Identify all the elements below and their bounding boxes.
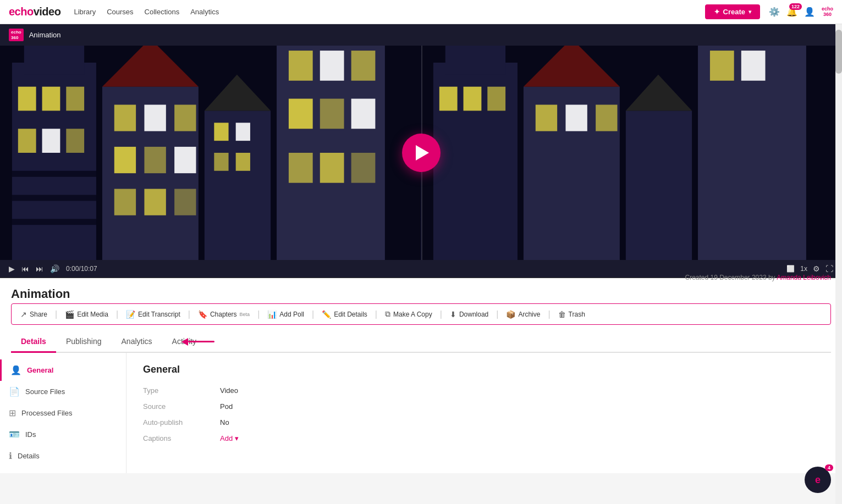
sidebar-item-processed-files[interactable]: ⊞ Processed Files	[0, 402, 126, 424]
arrow-head-icon	[181, 338, 188, 346]
settings-button[interactable]: ⚙️	[769, 7, 780, 17]
make-copy-button[interactable]: ⧉ Make A Copy	[381, 307, 437, 321]
nav-icons: ⚙️ 🔔 122 👤 echo360	[769, 7, 833, 18]
play-pause-button[interactable]: ▶	[9, 264, 15, 273]
svg-rect-14	[42, 87, 60, 111]
logo: echovideo	[9, 5, 60, 18]
sidebar-item-general[interactable]: 👤 General	[0, 359, 126, 381]
video-bar-title: Animation	[29, 31, 61, 39]
edit-details-button[interactable]: ✏️ Edit Details	[317, 308, 372, 321]
field-value-auto-publish: No	[220, 418, 229, 427]
chat-bubble[interactable]: e 4	[805, 467, 831, 493]
field-type: Type Video	[143, 386, 826, 395]
forward-button[interactable]: ⏭	[36, 264, 43, 273]
svg-rect-73	[709, 51, 734, 81]
notifications-button[interactable]: 🔔 122	[786, 7, 797, 17]
svg-rect-27	[114, 147, 136, 173]
settings-video-button[interactable]: ⚙	[813, 264, 820, 273]
tabs: Details Publishing Analytics Activity	[11, 331, 831, 353]
svg-rect-18	[66, 129, 84, 153]
arrow-indicator	[181, 338, 214, 346]
svg-rect-68	[596, 105, 617, 131]
transcript-icon: 📝	[126, 310, 135, 319]
media-title: Animation	[11, 287, 70, 301]
tab-analytics[interactable]: Analytics	[112, 331, 162, 353]
id-icon: 🪪	[9, 429, 20, 440]
svg-rect-26	[174, 105, 196, 131]
captions-button[interactable]: ⬜	[786, 265, 795, 273]
chapters-button[interactable]: 🔖 ChaptersBeta	[194, 308, 254, 321]
sidebar-item-ids[interactable]: 🪪 IDs	[0, 424, 126, 445]
nav-library[interactable]: Library	[74, 8, 96, 16]
svg-rect-74	[741, 51, 765, 81]
field-label-auto-publish: Auto-publish	[143, 418, 220, 427]
sidebar-item-details[interactable]: ℹ Details	[0, 445, 126, 467]
archive-button[interactable]: 📦 Archive	[502, 308, 544, 321]
svg-rect-38	[236, 153, 250, 171]
trash-button[interactable]: 🗑 Trash	[554, 308, 590, 321]
nav-analytics[interactable]: Analytics	[190, 8, 219, 16]
poll-icon: 📊	[267, 310, 277, 319]
edit-transcript-button[interactable]: 📝 Edit Transcript	[122, 308, 185, 321]
bottom-area: 👤 General 📄 Source Files ⊞ Processed Fil…	[0, 353, 842, 473]
field-value-captions[interactable]: Add ▾	[220, 434, 239, 442]
sidebar: 👤 General 📄 Source Files ⊞ Processed Fil…	[0, 353, 126, 473]
file-icon: 📄	[9, 386, 20, 397]
svg-rect-49	[351, 153, 376, 183]
person-icon: 👤	[10, 365, 21, 375]
fullscreen-button[interactable]: ⛶	[826, 264, 833, 273]
add-poll-button[interactable]: 📊 Add Poll	[263, 308, 309, 321]
chapters-icon: 🔖	[198, 310, 207, 319]
svg-rect-29	[174, 147, 196, 173]
nav-links: Library Courses Collections Analytics	[74, 8, 705, 16]
svg-rect-42	[320, 51, 344, 81]
time-display: 0:00/10:07	[66, 265, 97, 273]
edit-details-icon: ✏️	[322, 310, 331, 319]
volume-button[interactable]: 🔊	[50, 264, 59, 273]
edit-media-button[interactable]: 🎬 Edit Media	[60, 308, 113, 321]
svg-rect-61	[439, 87, 457, 111]
svg-rect-24	[114, 105, 136, 131]
page-scrollbar[interactable]	[835, 24, 842, 504]
svg-rect-32	[174, 189, 196, 215]
share-icon: ↗	[20, 310, 27, 319]
svg-rect-41	[289, 51, 313, 81]
sidebar-item-source-files[interactable]: 📄 Source Files	[0, 381, 126, 402]
svg-rect-15	[66, 87, 84, 111]
content-area: Animation Created 19 December 2023 by Am…	[0, 278, 842, 353]
user-button[interactable]: 👤	[804, 7, 815, 17]
svg-rect-67	[565, 105, 587, 131]
notification-badge: 122	[789, 3, 802, 10]
tab-details[interactable]: Details	[11, 331, 56, 353]
share-button[interactable]: ↗ Share	[16, 308, 52, 321]
svg-rect-30	[114, 189, 136, 215]
tab-publishing[interactable]: Publishing	[56, 331, 112, 353]
section-title: General	[143, 364, 826, 375]
play-icon	[416, 145, 429, 160]
svg-rect-11	[24, 46, 84, 75]
nav-collections[interactable]: Collections	[145, 8, 180, 16]
download-button[interactable]: ⬇ Download	[445, 308, 493, 321]
svg-rect-62	[463, 87, 481, 111]
grid-icon: ⊞	[9, 408, 16, 418]
nav-courses[interactable]: Courses	[107, 8, 133, 16]
svg-rect-48	[320, 153, 344, 183]
svg-rect-16	[18, 129, 36, 153]
svg-rect-36	[236, 123, 250, 141]
video-title-bar: echo360 Animation	[0, 24, 842, 46]
control-right: ⬜ 1x ⚙ ⛶	[786, 264, 833, 273]
speed-button[interactable]: 1x	[800, 265, 807, 273]
create-icon: ✦	[714, 8, 720, 16]
create-button[interactable]: ✦ Create ▾	[705, 4, 760, 19]
edit-media-icon: 🎬	[65, 310, 74, 319]
rewind-button[interactable]: ⏮	[21, 264, 29, 273]
creator-link[interactable]: Amanda Leibovich	[777, 274, 831, 281]
svg-rect-44	[289, 99, 313, 129]
svg-rect-17	[42, 129, 60, 153]
field-label-source: Source	[143, 402, 220, 411]
svg-rect-20	[12, 195, 96, 201]
field-captions: Captions Add ▾	[143, 434, 826, 442]
field-value-source: Pod	[220, 402, 233, 411]
play-button[interactable]	[402, 134, 441, 172]
svg-rect-13	[18, 87, 36, 111]
